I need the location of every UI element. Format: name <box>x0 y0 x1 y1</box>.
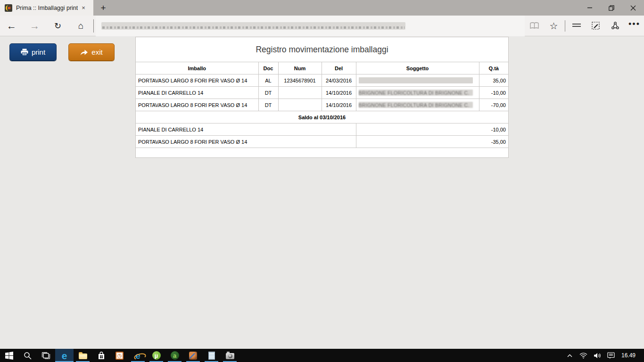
exit-button[interactable]: exit <box>68 43 115 61</box>
saldo-qta: -35,00 <box>356 136 508 148</box>
cell-imballo: PORTAVASO LARGO 8 FORI PER VASO Ø 14 <box>136 74 258 87</box>
report-title: Registro movimentazione imballaggi <box>136 37 508 62</box>
home-icon[interactable]: ⌂ <box>69 16 92 36</box>
refresh-icon[interactable]: ↻ <box>46 16 69 36</box>
taskbar-internet-explorer-icon[interactable]: e <box>129 349 147 362</box>
page-content: print exit Registro movimentazione imbal… <box>0 37 644 349</box>
taskbar: e ◷ e µ a <box>0 349 644 362</box>
saldo-header-row: Saldo al 03/10/2016 <box>136 111 508 123</box>
more-options-icon[interactable]: ••• <box>625 16 644 36</box>
exit-arrow-icon <box>80 49 88 56</box>
redacted-text <box>359 77 473 83</box>
action-center-icon[interactable] <box>606 352 616 359</box>
web-note-icon[interactable] <box>586 16 605 36</box>
restore-button[interactable] <box>601 0 622 16</box>
redacted-text: BRIGNONE FLORICOLTURA DI BRIGNONE C. <box>359 90 473 96</box>
taskbar-file-explorer-icon[interactable] <box>74 349 92 362</box>
saldo-row: PORTAVASO LARGO 8 FORI PER VASO Ø 14 -35… <box>136 136 508 148</box>
report-card: Registro movimentazione imballaggi Imbal… <box>135 37 509 158</box>
col-header-imballo: Imballo <box>136 62 258 74</box>
cell-soggetto: BRIGNONE FLORICOLTURA DI BRIGNONE C. <box>356 87 479 99</box>
taskbar-camera-app-icon[interactable] <box>221 349 239 362</box>
task-view-icon[interactable] <box>37 349 55 362</box>
table-row: PIANALE DI CARRELLO 14 DT 14/10/2016 BRI… <box>136 87 508 99</box>
saldo-label: PORTAVASO LARGO 8 FORI PER VASO Ø 14 <box>136 136 356 148</box>
browser-toolbar: ← → ↻ ⌂ ☆ <box>0 16 644 36</box>
prima-favicon-icon <box>5 4 12 12</box>
col-header-num: Num <box>278 62 322 74</box>
cell-qta: 35,00 <box>479 74 508 87</box>
reading-view-icon[interactable] <box>525 16 544 36</box>
address-separator <box>93 19 94 33</box>
cell-num <box>278 99 322 111</box>
volume-icon[interactable] <box>592 353 603 359</box>
start-button[interactable] <box>0 349 18 362</box>
cell-del: 14/10/2016 <box>322 87 356 99</box>
movements-table: Imballo Doc Num Del Soggetto Q.tà PORTAV… <box>136 62 508 148</box>
printer-icon <box>21 49 28 56</box>
print-button-label: print <box>32 48 45 56</box>
back-icon[interactable]: ← <box>0 16 23 36</box>
tab-title: Prima :: Imballaggi print <box>16 5 78 11</box>
taskbar-clock-app-icon[interactable]: ◷ <box>110 349 129 362</box>
taskbar-amule-icon[interactable]: a <box>165 349 184 362</box>
saldo-title: Saldo al 03/10/2016 <box>136 111 508 123</box>
wifi-icon[interactable] <box>578 353 589 359</box>
browser-window: Prima :: Imballaggi print × + ← → ↻ ⌂ <box>0 0 644 362</box>
cell-qta: -70,00 <box>479 99 508 111</box>
col-header-qta: Q.tà <box>479 62 508 74</box>
col-header-soggetto: Soggetto <box>356 62 479 74</box>
favorites-star-icon[interactable]: ☆ <box>544 16 563 36</box>
saldo-label: PIANALE DI CARRELLO 14 <box>136 123 356 136</box>
cell-soggetto <box>356 74 479 87</box>
hub-icon[interactable] <box>567 16 586 36</box>
cell-del: 24/03/2016 <box>322 74 356 87</box>
col-header-doc: Doc <box>258 62 278 74</box>
minimize-button[interactable] <box>579 0 601 16</box>
table-row: PORTAVASO LARGO 8 FORI PER VASO Ø 14 DT … <box>136 99 508 111</box>
table-header-row: Imballo Doc Num Del Soggetto Q.tà <box>136 62 508 74</box>
cell-num <box>278 87 322 99</box>
system-tray: 16.49 <box>560 349 644 362</box>
forward-icon[interactable]: → <box>23 16 46 36</box>
taskbar-utorrent-icon[interactable]: µ <box>147 349 165 362</box>
taskbar-paint-app-icon[interactable] <box>184 349 202 362</box>
taskbar-clock[interactable]: 16.49 <box>619 352 639 359</box>
cell-soggetto: BRIGNONE FLORICOLTURA DI BRIGNONE C. <box>356 99 479 111</box>
cell-num: 12345678901 <box>278 74 322 87</box>
redacted-text: BRIGNONE FLORICOLTURA DI BRIGNONE C. <box>359 102 473 108</box>
col-header-del: Del <box>322 62 356 74</box>
toolbar-separator <box>565 20 565 32</box>
table-row: PORTAVASO LARGO 8 FORI PER VASO Ø 14 AL … <box>136 74 508 87</box>
cell-doc: AL <box>258 74 278 87</box>
cell-doc: DT <box>258 99 278 111</box>
saldo-row: PIANALE DI CARRELLO 14 -10,00 <box>136 123 508 136</box>
address-bar[interactable] <box>96 16 525 36</box>
cell-imballo: PIANALE DI CARRELLO 14 <box>136 87 258 99</box>
search-icon[interactable] <box>18 349 37 362</box>
taskbar-store-icon[interactable] <box>92 349 110 362</box>
saldo-qta: -10,00 <box>356 123 508 136</box>
tab-close-icon[interactable]: × <box>82 5 85 11</box>
toolbar-right-icons: ☆ ••• <box>525 16 644 36</box>
print-button[interactable]: print <box>9 43 57 61</box>
cell-doc: DT <box>258 87 278 99</box>
address-redacted-text <box>101 22 405 30</box>
taskbar-notepad-icon[interactable] <box>202 349 221 362</box>
cell-del: 14/10/2016 <box>322 99 356 111</box>
share-icon[interactable] <box>605 16 625 36</box>
exit-button-label: exit <box>91 48 102 56</box>
taskbar-edge-icon[interactable]: e <box>55 349 74 362</box>
titlebar: Prima :: Imballaggi print × + <box>0 0 644 16</box>
cell-imballo: PORTAVASO LARGO 8 FORI PER VASO Ø 14 <box>136 99 258 111</box>
new-tab-button[interactable]: + <box>93 0 113 16</box>
cell-qta: -10,00 <box>479 87 508 99</box>
window-controls <box>579 0 644 16</box>
browser-tab[interactable]: Prima :: Imballaggi print × <box>0 0 93 16</box>
close-button[interactable] <box>622 0 644 16</box>
chevron-up-icon[interactable] <box>565 354 575 357</box>
